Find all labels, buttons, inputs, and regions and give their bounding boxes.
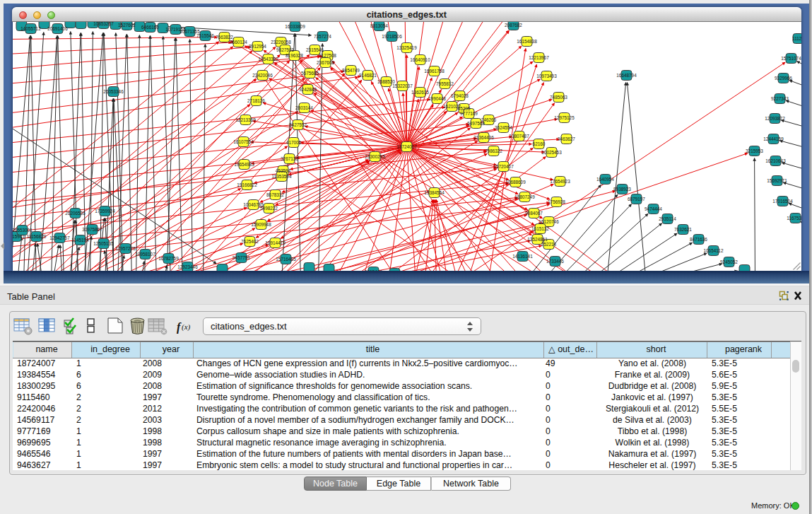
svg-text:19384554: 19384554 (424, 189, 445, 194)
svg-text:12093872: 12093872 (765, 115, 785, 120)
svg-text:7625402: 7625402 (241, 238, 259, 243)
svg-text:23226058: 23226058 (271, 39, 291, 44)
svg-text:1640954: 1640954 (596, 176, 614, 181)
svg-text:16782759: 16782759 (158, 255, 179, 260)
svg-text:9660124: 9660124 (230, 39, 247, 44)
svg-text:8678312: 8678312 (266, 192, 284, 197)
svg-text:14055712: 14055712 (20, 25, 41, 30)
svg-text:f: f (177, 321, 182, 334)
svg-text:15322037: 15322037 (392, 83, 413, 88)
svg-text:14136141: 14136141 (512, 253, 533, 258)
svg-text:7515546: 7515546 (196, 33, 214, 37)
svg-text:16961758: 16961758 (424, 68, 445, 73)
svg-text:15692971: 15692971 (767, 177, 787, 182)
svg-text:62160: 62160 (532, 141, 545, 146)
svg-text:9242848: 9242848 (299, 86, 317, 91)
svg-text:7632621: 7632621 (674, 226, 692, 231)
svg-text:252214: 252214 (541, 241, 556, 246)
svg-text:11353594: 11353594 (271, 173, 291, 178)
svg-text:2803144: 2803144 (295, 105, 313, 110)
svg-text:10025453: 10025453 (541, 149, 562, 154)
svg-text:2718126: 2718126 (247, 98, 265, 103)
svg-text:8813054: 8813054 (370, 23, 388, 28)
svg-text:7485063: 7485063 (550, 94, 567, 99)
svg-text:30975867: 30975867 (82, 226, 102, 231)
svg-text:17654923: 17654923 (550, 178, 570, 183)
svg-text:15751074: 15751074 (781, 55, 801, 60)
svg-text:8427552: 8427552 (289, 122, 307, 127)
svg-text:1733446: 1733446 (546, 258, 564, 263)
svg-text:1615132: 1615132 (531, 226, 549, 230)
svg-text:(x): (x) (182, 322, 191, 332)
svg-text:10807487: 10807487 (509, 133, 529, 138)
svg-text:2087682: 2087682 (505, 22, 522, 27)
svg-text:12505135: 12505135 (93, 240, 114, 245)
svg-text:6879197: 6879197 (628, 196, 645, 201)
svg-text:417006: 417006 (286, 139, 301, 144)
svg-text:23420046: 23420046 (252, 72, 273, 77)
svg-text:1527602: 1527602 (118, 22, 136, 27)
svg-text:10853267: 10853267 (93, 22, 114, 26)
svg-text:19218506: 19218506 (382, 33, 402, 38)
svg-text:10973493: 10973493 (536, 73, 557, 78)
svg-text:1756928: 1756928 (548, 199, 565, 204)
svg-text:3267130: 3267130 (281, 156, 298, 160)
svg-text:1362615: 1362615 (411, 89, 429, 94)
svg-text:26206536: 26206536 (65, 210, 86, 215)
svg-text:10688609: 10688609 (505, 179, 526, 184)
svg-text:746266: 746266 (481, 117, 496, 122)
svg-text:12444159: 12444159 (763, 136, 784, 141)
svg-text:1167533: 1167533 (787, 215, 801, 220)
svg-text:18724007: 18724007 (396, 144, 417, 148)
svg-text:10958107: 10958107 (135, 251, 155, 256)
svg-text:26053346: 26053346 (103, 88, 124, 93)
svg-text:8454749: 8454749 (342, 67, 360, 72)
svg-text:15720407: 15720407 (493, 163, 514, 168)
svg-text:16120746: 16120746 (539, 218, 559, 223)
svg-text:18807249: 18807249 (514, 194, 535, 199)
svg-text:45205: 45205 (457, 105, 470, 110)
svg-text:5498222: 5498222 (260, 205, 278, 210)
svg-text:12975125: 12975125 (554, 115, 575, 119)
svg-text:6466160: 6466160 (141, 24, 159, 29)
svg-text:8938923: 8938923 (613, 186, 631, 191)
svg-text:23300295: 23300295 (365, 153, 385, 158)
svg-text:17957275: 17957275 (115, 245, 136, 250)
svg-text:8912954: 8912954 (249, 43, 266, 48)
svg-text:8196328: 8196328 (286, 52, 303, 57)
svg-text:7663822: 7663822 (216, 34, 233, 39)
svg-text:9245052: 9245052 (720, 259, 738, 264)
svg-text:11123: 11123 (792, 35, 801, 40)
svg-text:3215953: 3215953 (746, 148, 763, 153)
svg-text:19166822: 19166822 (237, 182, 257, 187)
svg-text:9084067: 9084067 (525, 210, 543, 215)
svg-text:10654112: 10654112 (703, 247, 723, 252)
svg-text:12923446: 12923446 (177, 264, 198, 269)
svg-text:19654983: 19654983 (234, 161, 254, 166)
svg-text:9463627: 9463627 (558, 136, 575, 141)
svg-text:1990448: 1990448 (428, 95, 446, 100)
svg-text:3624554: 3624554 (495, 124, 512, 129)
svg-text:6794028: 6794028 (451, 93, 469, 98)
svg-text:7357274: 7357274 (314, 33, 331, 38)
svg-text:15909948: 15909948 (251, 221, 271, 226)
svg-text:13325419: 13325419 (396, 45, 417, 49)
svg-text:2935114: 2935114 (659, 216, 676, 221)
svg-text:17359924: 17359924 (95, 208, 115, 213)
svg-text:9474444: 9474444 (645, 206, 662, 211)
svg-text:16107554: 16107554 (233, 139, 254, 144)
svg-text:16640910: 16640910 (410, 57, 430, 62)
svg-text:9227343: 9227343 (771, 95, 789, 100)
svg-text:2315546: 2315546 (306, 47, 324, 52)
svg-text:9315440: 9315440 (365, 269, 382, 271)
svg-text:16033809: 16033809 (285, 23, 305, 28)
svg-text:16210643: 16210643 (765, 158, 786, 163)
svg-text:10543382: 10543382 (258, 56, 278, 61)
svg-text:26553001: 26553001 (13, 227, 33, 232)
svg-text:9329966: 9329966 (775, 75, 792, 80)
svg-text:11156829: 11156829 (26, 233, 46, 238)
svg-text:12213967: 12213967 (529, 54, 549, 59)
svg-text:9146821: 9146821 (359, 72, 377, 77)
svg-text:17016504: 17016504 (772, 198, 793, 203)
svg-text:1145194: 1145194 (71, 237, 89, 242)
